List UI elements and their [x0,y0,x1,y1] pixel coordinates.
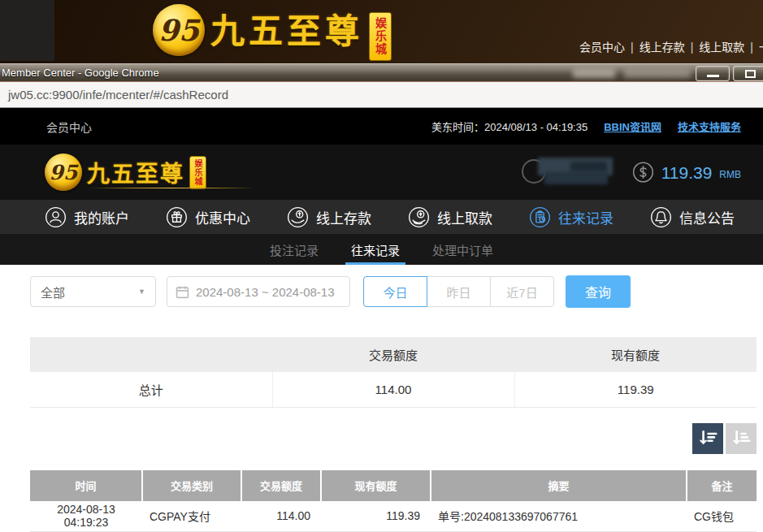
records-header-row: 时间 交易类别 交易额度 现有额度 摘要 备注 [30,470,756,501]
link-deposit[interactable]: 线上存款 [625,41,685,54]
chrome-titlebar[interactable]: Member Center - Google Chrome [0,63,763,82]
member-topbar: 会员中心 美东时间：2024/08/13 - 04:19:35 BBIN资讯网 … [0,108,763,145]
col-type: 交易类别 [142,470,241,501]
user-icon [45,206,67,228]
col-summary: 摘要 [431,470,687,501]
censored-blob [624,69,691,78]
nav-label: 线上取款 [437,207,492,227]
today-button[interactable]: 今日 [363,276,427,307]
bell-icon [650,206,672,228]
url-text[interactable]: jw05.cc:9900/infe/mcenter/#/cashRecord [8,88,228,102]
balance-currency: RMB [719,168,741,179]
last7days-button[interactable]: 近7日 [490,276,554,307]
background-brand-logo: 95 九五至尊 娱乐城 [153,4,392,61]
server-time: 美东时间：2024/08/13 - 04:19:35 [431,119,587,134]
col-time: 时间 [30,470,142,501]
deposit-icon [287,206,309,228]
summary-header-transaction: 交易额度 [272,337,514,372]
summary-transaction-value: 114.00 [272,372,514,407]
tab-bet-records[interactable]: 投注记录 [264,234,324,265]
background-top-links: 会员中心线上存款线上取款一键 [579,38,763,54]
date-range-input[interactable] [196,285,341,299]
link-withdraw[interactable]: 线上取款 [685,41,745,54]
sort-ascending-button[interactable] [726,423,756,454]
header-brand-logo[interactable]: 95 九五至尊 娱乐城 [45,154,206,191]
nav-my-account[interactable]: 我的账户 [45,206,129,228]
censored-blob [573,69,615,78]
nav-online-deposit[interactable]: 线上存款 [287,206,371,228]
nav-promotions[interactable]: 优惠中心 [166,206,250,228]
cell-type: CGPAY支付 [142,501,241,532]
link-onekey[interactable]: 一键 [744,41,763,54]
chrome-urlbar[interactable]: jw05.cc:9900/infe/mcenter/#/cashRecord [0,82,763,108]
balance-amount: 119.39 [661,162,713,182]
cell-amount: 114.00 [241,501,321,532]
summary-header-balance: 现有额度 [514,337,756,372]
records-table: 时间 交易类别 交易额度 现有额度 摘要 备注 2024-08-13 04:19… [30,470,756,532]
type-select[interactable]: 全部 ▼ [30,276,156,307]
nav-announcements[interactable]: 信息公告 [650,206,735,228]
sort-descending-icon [697,428,718,449]
cell-summary: 单号:202408133697067761 [431,501,687,532]
gift-icon [166,206,188,228]
avatar-censored [522,155,615,189]
brand-name: 九五至尊 [87,156,184,188]
sort-ascending-icon [730,428,752,449]
sort-controls [30,423,756,454]
brand-circle-logo: 95 [45,154,82,191]
type-select-value: 全部 [41,283,65,301]
maximize-icon [745,70,756,78]
sort-descending-button[interactable] [692,423,723,454]
bbin-news-link[interactable]: BBIN资讯网 [604,119,661,134]
main-nav: 我的账户 优惠中心 线上存款 线上取款 [0,200,763,234]
filter-row: 全部 ▼ 今日 昨日 近7日 查询 [30,275,763,308]
summary-total-label: 总计 [30,372,272,407]
brand-circle-logo: 95 [153,4,205,56]
background-site-header: 95 九五至尊 娱乐城 会员中心线上存款线上取款一键 [0,0,763,63]
yesterday-button[interactable]: 昨日 [427,276,491,307]
date-range-field[interactable] [167,276,350,307]
chrome-minimize-button[interactable] [696,66,730,81]
logo-flourish [89,188,255,188]
nav-transfer-records[interactable]: 往来记录 [529,206,613,228]
brand-badge: 娱乐城 [189,156,206,189]
table-row: 2024-08-13 04:19:23 CGPAY支付 114.00 119.3… [30,501,756,532]
chrome-maximize-button[interactable] [733,66,763,81]
record-subtabs: 投注记录 往来记录 处理中订单 [0,234,763,265]
cell-remark: CG钱包 [687,501,756,532]
quick-date-buttons: 今日 昨日 近7日 [363,276,554,307]
nav-online-withdraw[interactable]: 线上取款 [408,206,492,228]
balance-display[interactable]: 119.39 RMB [632,162,741,184]
calendar-icon [176,285,189,299]
content-area: 全部 ▼ 今日 昨日 近7日 查询 交易额度 现有额度 [0,275,763,532]
summary-header-empty [30,337,272,372]
nav-label: 往来记录 [558,207,613,227]
tab-pending-orders[interactable]: 处理中订单 [427,234,499,265]
brand-badge: 娱乐城 [369,12,392,61]
col-amount: 交易额度 [241,470,321,501]
chevron-down-icon: ▼ [138,288,145,296]
summary-header-row: 交易额度 现有额度 [30,337,756,372]
dollar-icon [632,162,654,184]
minimize-icon [707,75,719,77]
window-title: Member Center - Google Chrome [2,67,159,79]
nav-label: 信息公告 [679,207,735,227]
nav-label: 线上存款 [316,207,371,227]
nav-label: 我的账户 [74,207,129,227]
site-header: 95 九五至尊 娱乐城 119.39 RMB [0,145,763,200]
col-remark: 备注 [687,470,756,501]
topbar-right: 美东时间：2024/08/13 - 04:19:35 BBIN资讯网 技术支持服… [431,119,741,134]
search-button[interactable]: 查询 [566,275,631,308]
tech-support-link[interactable]: 技术支持服务 [678,119,741,134]
screen: 95 九五至尊 娱乐城 会员中心线上存款线上取款一键 Member Center… [0,0,763,532]
nav-label: 优惠中心 [195,207,250,227]
cell-balance: 119.39 [321,501,431,532]
summary-balance-value: 119.39 [514,372,756,407]
transfer-record-icon [529,206,551,228]
col-balance: 现有额度 [321,470,431,501]
tab-transfer-records[interactable]: 往来记录 [345,234,405,265]
background-dark-panel [0,0,54,61]
summary-total-row: 总计 114.00 119.39 [30,372,756,407]
withdraw-icon [408,206,430,228]
link-member-center[interactable]: 会员中心 [579,41,625,54]
